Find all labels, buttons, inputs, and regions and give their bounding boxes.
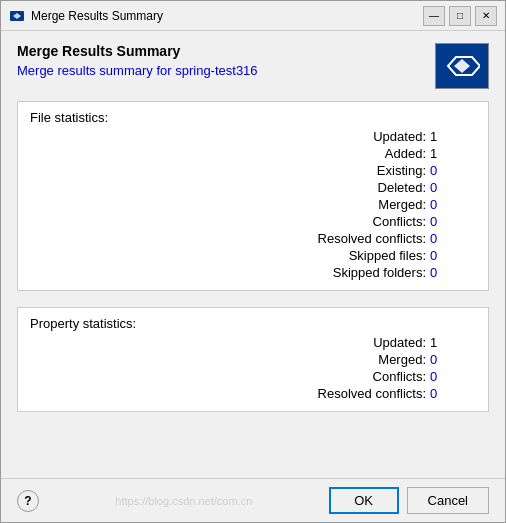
property-statistics-section: Property statistics: Updated: 1 Merged: … bbox=[17, 307, 489, 412]
ok-button[interactable]: OK bbox=[329, 487, 399, 514]
header-section: Merge Results Summary Merge results summ… bbox=[17, 43, 489, 89]
footer: ? https://blog.csdn.net/com.cn OK Cancel bbox=[1, 478, 505, 522]
header-subtitle: Merge results summary for spring-test316 bbox=[17, 63, 435, 78]
table-row: Updated: 1 bbox=[30, 129, 476, 144]
help-button[interactable]: ? bbox=[17, 490, 39, 512]
stat-deleted-label: Deleted: bbox=[326, 180, 426, 195]
prop-conflicts-label: Conflicts: bbox=[326, 369, 426, 384]
table-row: Skipped folders: 0 bbox=[30, 265, 476, 280]
stat-merged-value: 0 bbox=[426, 197, 456, 212]
stat-deleted-value: 0 bbox=[426, 180, 456, 195]
stat-existing-label: Existing: bbox=[326, 163, 426, 178]
stat-resolved-label: Resolved conflicts: bbox=[296, 231, 426, 246]
file-stats-label: File statistics: bbox=[30, 110, 476, 125]
table-row: Merged: 0 bbox=[30, 197, 476, 212]
header-text: Merge Results Summary Merge results summ… bbox=[17, 43, 435, 78]
prop-conflicts-value: 0 bbox=[426, 369, 456, 384]
window-icon bbox=[9, 8, 25, 24]
stat-skipped-files-value: 0 bbox=[426, 248, 456, 263]
logo-inner bbox=[444, 51, 480, 81]
watermark: https://blog.csdn.net/com.cn bbox=[115, 495, 252, 507]
table-row: Updated: 1 bbox=[30, 335, 476, 350]
prop-merged-value: 0 bbox=[426, 352, 456, 367]
stat-added-value: 1 bbox=[426, 146, 456, 161]
title-bar: Merge Results Summary — □ ✕ bbox=[1, 1, 505, 31]
stats-container: File statistics: Updated: 1 Added: 1 Exi… bbox=[17, 101, 489, 468]
content-area: Merge Results Summary Merge results summ… bbox=[1, 31, 505, 478]
stat-resolved-value: 0 bbox=[426, 231, 456, 246]
prop-merged-label: Merged: bbox=[326, 352, 426, 367]
cancel-button[interactable]: Cancel bbox=[407, 487, 489, 514]
file-statistics-section: File statistics: Updated: 1 Added: 1 Exi… bbox=[17, 101, 489, 291]
stat-skipped-files-label: Skipped files: bbox=[296, 248, 426, 263]
stat-conflicts-value: 0 bbox=[426, 214, 456, 229]
table-row: Skipped files: 0 bbox=[30, 248, 476, 263]
prop-updated-label: Updated: bbox=[326, 335, 426, 350]
table-row: Conflicts: 0 bbox=[30, 214, 476, 229]
table-row: Resolved conflicts: 0 bbox=[30, 231, 476, 246]
stat-existing-value: 0 bbox=[426, 163, 456, 178]
close-button[interactable]: ✕ bbox=[475, 6, 497, 26]
stat-added-label: Added: bbox=[326, 146, 426, 161]
main-window: Merge Results Summary — □ ✕ Merge Result… bbox=[0, 0, 506, 523]
stat-skipped-folders-label: Skipped folders: bbox=[296, 265, 426, 280]
prop-resolved-label: Resolved conflicts: bbox=[296, 386, 426, 401]
stat-merged-label: Merged: bbox=[326, 197, 426, 212]
minimize-button[interactable]: — bbox=[423, 6, 445, 26]
header-title: Merge Results Summary bbox=[17, 43, 435, 59]
table-row: Conflicts: 0 bbox=[30, 369, 476, 384]
table-row: Merged: 0 bbox=[30, 352, 476, 367]
table-row: Deleted: 0 bbox=[30, 180, 476, 195]
table-row: Added: 1 bbox=[30, 146, 476, 161]
footer-buttons: OK Cancel bbox=[329, 487, 489, 514]
title-bar-controls: — □ ✕ bbox=[423, 6, 497, 26]
stat-updated-value: 1 bbox=[426, 129, 456, 144]
app-logo bbox=[435, 43, 489, 89]
title-bar-text: Merge Results Summary bbox=[31, 9, 423, 23]
table-row: Resolved conflicts: 0 bbox=[30, 386, 476, 401]
prop-updated-value: 1 bbox=[426, 335, 456, 350]
stat-conflicts-label: Conflicts: bbox=[326, 214, 426, 229]
property-stats-label: Property statistics: bbox=[30, 316, 476, 331]
maximize-button[interactable]: □ bbox=[449, 6, 471, 26]
prop-resolved-value: 0 bbox=[426, 386, 456, 401]
table-row: Existing: 0 bbox=[30, 163, 476, 178]
stat-updated-label: Updated: bbox=[326, 129, 426, 144]
stat-skipped-folders-value: 0 bbox=[426, 265, 456, 280]
